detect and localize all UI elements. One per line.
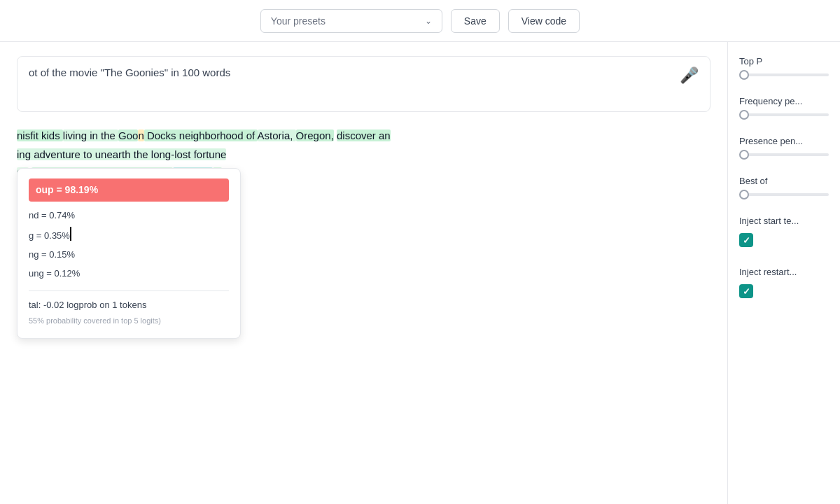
token-goon[interactable]: Goo: [118, 130, 138, 141]
right-sidebar: Top P Frequency pe... Presence pen... Be…: [728, 42, 840, 504]
frequency-penalty-section: Frequency pe...: [739, 96, 829, 116]
inject-start-label: Inject start te...: [739, 216, 829, 226]
tooltip-row-3: ng = 0.15%: [29, 245, 229, 264]
chevron-down-icon: ⌄: [425, 16, 432, 26]
main-layout: ot of the movie "The Goonies" in 100 wor…: [0, 42, 840, 504]
presence-penalty-label: Presence pen...: [739, 136, 829, 146]
tooltip-total: tal: -0.02 logprob on 1 tokens: [29, 297, 229, 313]
token-n[interactable]: n: [138, 130, 144, 141]
presence-penalty-slider-track[interactable]: [739, 153, 829, 156]
best-of-slider-thumb[interactable]: [739, 190, 749, 200]
save-button[interactable]: Save: [451, 9, 500, 33]
token-tooltip: oup = 98.19% nd = 0.74% g = 0.35% ng = 0…: [17, 168, 241, 339]
frequency-penalty-slider-thumb[interactable]: [739, 110, 749, 120]
tooltip-row-4: ung = 0.12%: [29, 264, 229, 283]
inject-start-toggle-row: [739, 233, 829, 247]
best-of-slider-track[interactable]: [739, 193, 829, 196]
token-astoria[interactable]: Astoria,: [258, 130, 296, 141]
tooltip-row-2: g = 0.35%: [29, 225, 229, 245]
top-p-slider-track[interactable]: [739, 74, 829, 76]
inject-restart-section: Inject restart...: [739, 267, 829, 298]
inject-start-checkbox[interactable]: [739, 233, 753, 247]
token-discover[interactable]: discover an: [337, 130, 391, 141]
tooltip-row-1: nd = 0.74%: [29, 206, 229, 225]
content-area: ot of the movie "The Goonies" in 100 wor…: [0, 42, 728, 504]
tooltip-top-token: oup = 98.19%: [29, 178, 229, 202]
inject-restart-checkbox[interactable]: [739, 284, 753, 298]
frequency-penalty-label: Frequency pe...: [739, 96, 829, 106]
frequency-penalty-slider-track[interactable]: [739, 113, 829, 116]
prompt-text: ot of the movie "The Goonies" in 100 wor…: [29, 66, 673, 78]
prompt-area[interactable]: ot of the movie "The Goonies" in 100 wor…: [17, 56, 710, 112]
presence-penalty-slider-thumb[interactable]: [739, 150, 749, 160]
token-misfit[interactable]: nisfit kids: [17, 130, 63, 141]
top-p-label: Top P: [739, 56, 829, 66]
header: Your presets ⌄ Save View code: [0, 0, 840, 42]
tooltip-footer: tal: -0.02 logprob on 1 tokens 55% proba…: [29, 290, 229, 328]
token-oregon[interactable]: Oregon,: [296, 130, 334, 141]
token-living[interactable]: living in the: [63, 130, 118, 141]
cursor: [70, 227, 78, 241]
generated-text: nisfit kids living in the Goon Docks nei…: [17, 126, 710, 258]
best-of-label: Best of: [739, 176, 829, 186]
view-code-button[interactable]: View code: [508, 9, 580, 33]
best-of-section: Best of: [739, 176, 829, 196]
tooltip-coverage: 55% probability covered in top 5 logits): [29, 314, 229, 328]
top-p-section: Top P: [739, 56, 829, 76]
inject-restart-label: Inject restart...: [739, 267, 829, 277]
token-docks[interactable]: Docks neighborhood of: [144, 130, 258, 141]
presence-penalty-section: Presence pen...: [739, 136, 829, 156]
presets-label: Your presets: [271, 15, 326, 27]
microphone-icon[interactable]: 🎤: [680, 66, 699, 85]
top-p-slider-thumb[interactable]: [739, 70, 749, 80]
inject-restart-toggle-row: [739, 284, 829, 298]
inject-start-section: Inject start te...: [739, 216, 829, 247]
presets-dropdown[interactable]: Your presets ⌄: [260, 9, 442, 33]
token-adventure[interactable]: ing adventure to unearth the long-lost f…: [17, 148, 226, 160]
